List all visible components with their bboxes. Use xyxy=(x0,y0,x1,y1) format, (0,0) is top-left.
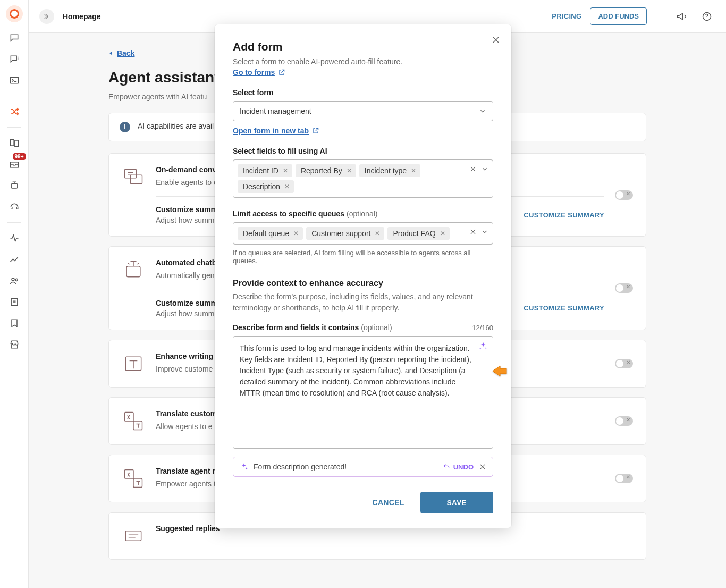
undo-button[interactable]: UNDO xyxy=(443,463,474,471)
annotation-arrow-icon xyxy=(492,364,508,378)
open-form-new-tab-link[interactable]: Open form in new tab xyxy=(233,127,319,135)
select-form-label: Select form xyxy=(233,88,493,97)
queues-help-text: If no queues are selected, AI form filli… xyxy=(233,249,493,265)
form-select-value: Incident management xyxy=(240,107,311,115)
ai-sparkle-icon[interactable] xyxy=(478,341,488,351)
open-form-new-tab-label: Open form in new tab xyxy=(233,127,309,135)
close-icon[interactable] xyxy=(489,33,503,47)
sparkle-icon xyxy=(240,463,248,471)
queue-tag-label: Product FAQ xyxy=(393,229,435,238)
modal-description: Select a form to enable AI-powered auto-… xyxy=(233,57,493,66)
describe-form-label: Describe form and fields it contains(opt… xyxy=(233,323,392,332)
remove-tag-icon[interactable]: ✕ xyxy=(293,230,299,237)
remove-tag-icon[interactable]: ✕ xyxy=(283,167,288,174)
modal-title: Add form xyxy=(233,40,493,53)
remove-tag-icon[interactable]: ✕ xyxy=(411,167,416,174)
go-to-forms-link[interactable]: Go to forms xyxy=(233,68,285,77)
limit-queues-label: Limit access to specific queues(optional… xyxy=(233,209,493,218)
field-tag: Incident type✕ xyxy=(359,164,420,177)
chevron-down-icon xyxy=(479,107,486,115)
chevron-down-icon[interactable] xyxy=(481,165,488,173)
form-select[interactable]: Incident management xyxy=(233,101,493,121)
cancel-button[interactable]: CANCEL xyxy=(364,492,413,513)
undo-label: UNDO xyxy=(453,463,474,471)
clear-all-icon[interactable] xyxy=(469,228,477,236)
ai-generated-toast: Form description generated! UNDO xyxy=(233,457,493,477)
field-tag-label: Incident ID xyxy=(243,166,278,175)
remove-tag-icon[interactable]: ✕ xyxy=(284,183,290,190)
context-heading: Provide context to enhance accuracy xyxy=(233,279,493,288)
field-tag-label: Reported By xyxy=(301,166,342,175)
char-counter: 12/160 xyxy=(472,324,493,332)
field-tag-label: Incident type xyxy=(365,166,407,175)
field-tag: Incident ID✕ xyxy=(238,164,292,177)
queue-tag-label: Default queue xyxy=(243,229,289,238)
remove-tag-icon[interactable]: ✕ xyxy=(440,230,445,237)
save-button[interactable]: SAVE xyxy=(420,492,493,513)
form-description-textarea[interactable] xyxy=(233,336,493,449)
queue-tag: Customer support✕ xyxy=(306,227,384,240)
clear-all-icon[interactable] xyxy=(469,165,477,173)
remove-tag-icon[interactable]: ✕ xyxy=(375,230,380,237)
field-tag: Reported By✕ xyxy=(296,164,356,177)
toast-text: Form description generated! xyxy=(254,463,347,471)
remove-tag-icon[interactable]: ✕ xyxy=(347,167,352,174)
select-fields-label: Select fields to fill using AI xyxy=(233,147,493,155)
queue-tag-label: Customer support xyxy=(311,229,370,238)
add-form-modal: Add form Select a form to enable AI-powe… xyxy=(215,24,511,528)
go-to-forms-label: Go to forms xyxy=(233,68,275,77)
queue-tag: Product FAQ✕ xyxy=(387,227,449,240)
field-tag: Description✕ xyxy=(238,180,294,193)
external-link-icon xyxy=(278,69,285,76)
chevron-down-icon[interactable] xyxy=(481,228,488,236)
queues-multiselect[interactable]: Default queue✕ Customer support✕ Product… xyxy=(233,222,493,245)
dismiss-toast-icon[interactable] xyxy=(479,463,486,471)
external-link-icon xyxy=(312,127,319,135)
field-tag-label: Description xyxy=(243,182,280,191)
fields-multiselect[interactable]: Incident ID✕ Reported By✕ Incident type✕… xyxy=(233,159,493,198)
context-subtext: Describe the form's purpose, including i… xyxy=(233,291,493,314)
queue-tag: Default queue✕ xyxy=(238,227,303,240)
